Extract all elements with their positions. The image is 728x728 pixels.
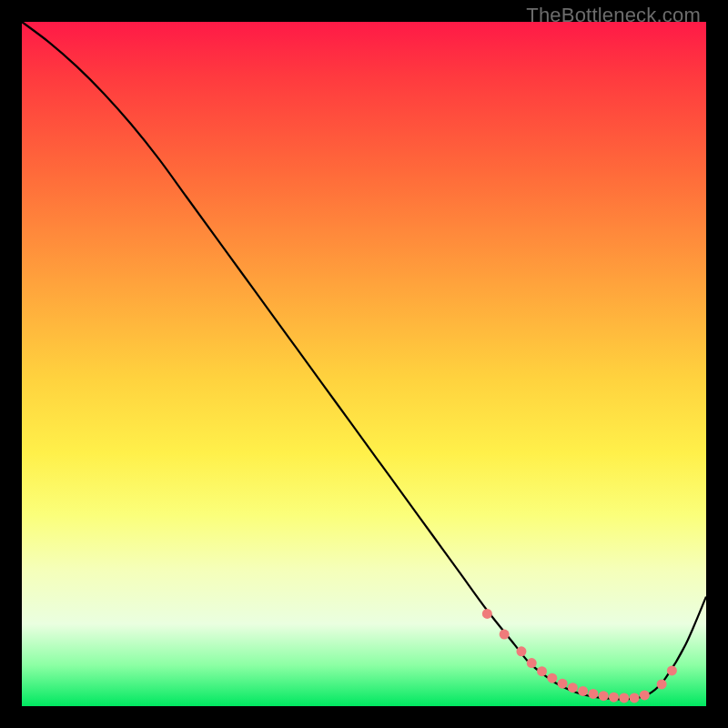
curve-marker-dot <box>640 690 650 700</box>
watermark-text: TheBottleneck.com <box>526 4 701 27</box>
curve-marker-dots <box>482 609 677 703</box>
curve-marker-dot <box>657 679 667 689</box>
curve-marker-dot <box>482 609 492 619</box>
curve-marker-dot <box>500 630 510 640</box>
curve-marker-dot <box>599 691 609 701</box>
chart-frame: TheBottleneck.com <box>0 0 728 728</box>
curve-marker-dot <box>588 689 598 699</box>
bottleneck-curve <box>22 22 706 699</box>
curve-marker-dot <box>578 686 588 696</box>
curve-marker-dot <box>667 665 677 675</box>
curve-marker-dot <box>619 693 629 703</box>
curve-marker-dot <box>516 646 526 656</box>
curve-marker-dot <box>558 679 568 689</box>
curve-marker-dot <box>527 658 537 668</box>
curve-marker-dot <box>630 693 640 703</box>
curve-marker-dot <box>547 673 557 683</box>
chart-svg <box>22 22 706 706</box>
curve-marker-dot <box>568 682 578 693</box>
curve-marker-dot <box>537 666 547 676</box>
curve-marker-dot <box>609 693 619 703</box>
